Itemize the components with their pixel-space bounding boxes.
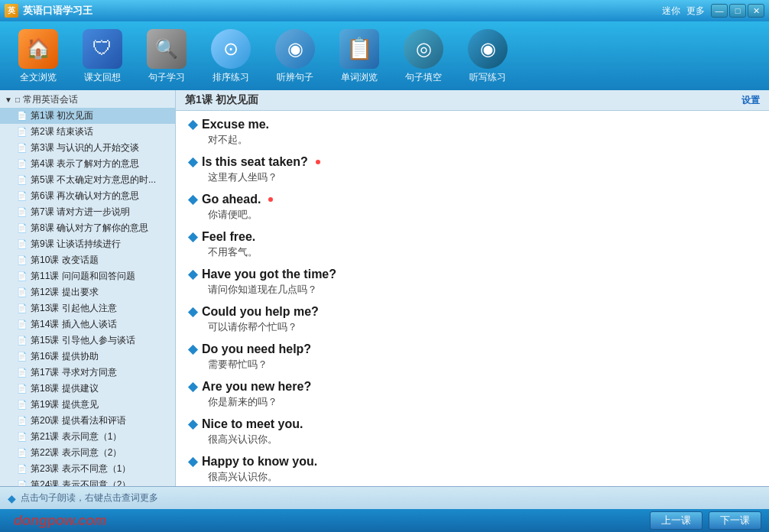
sentence-en-9[interactable]: ◆Happy to know you.: [188, 454, 757, 469]
watermark: dongpow.com: [14, 513, 106, 529]
toolbar: 🏠 全文浏览 🛡 课文回想 🔍 句子学习 ⊙ 排序练习 ◉ 听辨句子 📋 单词浏…: [0, 21, 769, 90]
speaker-icon-9[interactable]: ◆: [188, 454, 197, 469]
speaker-icon-5[interactable]: ◆: [188, 304, 197, 319]
sidebar-item-3[interactable]: 📄第3课 与认识的人开始交谈: [0, 140, 175, 156]
doc-icon: 📄: [17, 352, 28, 362]
sidebar-item-12[interactable]: 📄第12课 提出要求: [0, 284, 175, 300]
sidebar-item-17[interactable]: 📄第17课 寻求对方同意: [0, 365, 175, 381]
sidebar-item-8[interactable]: 📄第8课 确认对方了解你的意思: [0, 220, 175, 236]
browse-label: 全文浏览: [20, 71, 57, 84]
doc-icon: 📄: [17, 303, 28, 313]
speaker-icon-7[interactable]: ◆: [188, 379, 197, 394]
sidebar-item-19[interactable]: 📄第19课 提供意见: [0, 397, 175, 413]
speaker-icon-1[interactable]: ◆: [188, 154, 197, 169]
sidebar-item-5[interactable]: 📄第5课 不太确定对方意思的时...: [0, 172, 175, 188]
toolbar-item-sentence[interactable]: 🔍 句子学习: [136, 25, 197, 87]
settings-link[interactable]: 设置: [741, 94, 760, 107]
sentence-en-8[interactable]: ◆Nice to meet you.: [188, 417, 757, 431]
sentence-en-4[interactable]: ◆Have you got the time?: [188, 267, 757, 281]
speaker-icon-8[interactable]: ◆: [188, 417, 197, 431]
doc-icon: 📄: [17, 368, 28, 378]
sentence-en-3[interactable]: ◆Feel free.: [188, 229, 757, 244]
sentence-block-8: ◆Nice to meet you.很高兴认识你。: [188, 417, 757, 446]
sidebar-item-4[interactable]: 📄第4课 表示了解对方的意思: [0, 156, 175, 172]
doc-icon: 📄: [17, 336, 28, 345]
sidebar-item-16[interactable]: 📄第16课 提供协助: [0, 349, 175, 365]
doc-icon: 📄: [17, 175, 28, 185]
doc-icon: 📄: [17, 239, 28, 249]
sentence-en-5[interactable]: ◆Could you help me?: [188, 304, 757, 319]
speaker-icon-0[interactable]: ◆: [188, 117, 197, 131]
sentence-zh-4: 请问你知道现在几点吗？: [188, 283, 757, 297]
sentence-en-2[interactable]: ◆Go ahead.: [188, 192, 757, 206]
next-lesson-button[interactable]: 下一课: [709, 511, 761, 530]
sidebar-item-6[interactable]: 📄第6课 再次确认对方的意思: [0, 188, 175, 204]
sidebar-item-20[interactable]: 📄第20课 提供看法和评语: [0, 413, 175, 429]
sidebar-item-23[interactable]: 📄第23课 表示不同意（1）: [0, 461, 175, 477]
vocab-icon: 📋: [339, 28, 380, 70]
sidebar-item-10[interactable]: 📄第10课 改变话题: [0, 252, 175, 268]
dot-marker-2: [268, 197, 273, 202]
sentence-en-6[interactable]: ◆Do you need help?: [188, 342, 757, 356]
sidebar-item-21[interactable]: 📄第21课 表示同意（1）: [0, 429, 175, 445]
more-button[interactable]: 更多: [686, 5, 705, 18]
toolbar-item-dictation[interactable]: ◉ 听写练习: [457, 25, 518, 87]
sidebar-item-9[interactable]: 📄第9课 让谈话持续进行: [0, 236, 175, 252]
toolbar-item-vocab[interactable]: 📋 单词浏览: [329, 25, 390, 87]
speaker-icon-6[interactable]: ◆: [188, 342, 197, 356]
sidebar-item-13[interactable]: 📄第13课 引起他人注意: [0, 300, 175, 316]
fill-icon: ◎: [403, 28, 444, 70]
sentences-container: ◆Excuse me.对不起。◆Is this seat taken?这里有人坐…: [188, 117, 757, 486]
content-body[interactable]: ◆Excuse me.对不起。◆Is this seat taken?这里有人坐…: [176, 111, 769, 486]
sentence-en-7[interactable]: ◆Are you new here?: [188, 379, 757, 394]
fill-label: 句子填空: [405, 71, 442, 84]
sentence-en-0[interactable]: ◆Excuse me.: [188, 117, 757, 131]
toolbar-item-review[interactable]: 🛡 课文回想: [72, 25, 133, 87]
toolbar-item-fill[interactable]: ◎ 句子填空: [393, 25, 454, 87]
nav-bar: dongpow.com 上一课 下一课: [0, 509, 769, 532]
sidebar-item-7[interactable]: 📄第7课 请对方进一步说明: [0, 204, 175, 220]
order-icon: ⊙: [210, 28, 251, 70]
doc-icon: 📄: [17, 111, 28, 121]
sentence-icon: 🔍: [146, 28, 187, 70]
toolbar-item-order[interactable]: ⊙ 排序练习: [200, 25, 261, 87]
sidebar-item-14[interactable]: 📄第14课 插入他人谈话: [0, 316, 175, 332]
minimize-button[interactable]: —: [711, 4, 728, 18]
doc-icon: 📄: [17, 320, 28, 329]
sidebar-item-2[interactable]: 📄第2课 结束谈话: [0, 124, 175, 140]
listen-sen-label: 听辨句子: [277, 71, 313, 84]
sidebar-items: 📄第1课 初次见面📄第2课 结束谈话📄第3课 与认识的人开始交谈📄第4课 表示了…: [0, 108, 175, 486]
sentence-zh-6: 需要帮忙吗？: [188, 358, 757, 371]
doc-icon: 📄: [17, 400, 28, 410]
mini-button[interactable]: 迷你: [662, 5, 680, 18]
sentence-block-0: ◆Excuse me.对不起。: [188, 117, 757, 147]
sidebar-item-18[interactable]: 📄第18课 提供建议: [0, 381, 175, 397]
sentence-zh-9: 很高兴认识你。: [188, 470, 757, 484]
maximize-button[interactable]: □: [729, 4, 746, 18]
browse-icon: 🏠: [18, 28, 59, 70]
prev-lesson-button[interactable]: 上一课: [650, 511, 702, 530]
sentence-zh-0: 对不起。: [188, 133, 757, 147]
sidebar-item-11[interactable]: 📄第11课 问问题和回答问题: [0, 268, 175, 284]
sidebar-item-24[interactable]: 📄第24课 表示不同意（2）: [0, 477, 175, 486]
sidebar-item-1[interactable]: 📄第1课 初次见面: [0, 108, 175, 124]
doc-icon: 📄: [17, 127, 28, 137]
sentence-en-1[interactable]: ◆Is this seat taken?: [188, 154, 757, 169]
doc-icon: 📄: [17, 287, 28, 297]
sidebar-tree: ▼ □ 常用英语会话 📄第1课 初次见面📄第2课 结束谈话📄第3课 与认识的人开…: [0, 90, 175, 486]
close-button[interactable]: ✕: [748, 4, 764, 18]
speaker-icon-4[interactable]: ◆: [188, 267, 197, 281]
sidebar-item-15[interactable]: 📄第15课 引导他人参与谈话: [0, 332, 175, 349]
sidebar-item-22[interactable]: 📄第22课 表示同意（2）: [0, 445, 175, 461]
title-bar-right: 迷你 更多 — □ ✕: [662, 4, 764, 18]
toolbar-item-listen-sen[interactable]: ◉ 听辨句子: [264, 25, 326, 87]
dictation-icon: ◉: [467, 28, 508, 70]
speaker-icon-2[interactable]: ◆: [188, 192, 197, 206]
toolbar-item-browse[interactable]: 🏠 全文浏览: [8, 25, 69, 87]
doc-icon: 📄: [17, 255, 28, 265]
sentence-block-9: ◆Happy to know you.很高兴认识你。: [188, 454, 757, 484]
bottom-bar: ◆ 点击句子朗读，右键点击查词更多: [0, 486, 769, 509]
speaker-icon-3[interactable]: ◆: [188, 229, 197, 244]
main-area: ▼ □ 常用英语会话 📄第1课 初次见面📄第2课 结束谈话📄第3课 与认识的人开…: [0, 90, 769, 486]
doc-icon: 📄: [17, 448, 28, 458]
